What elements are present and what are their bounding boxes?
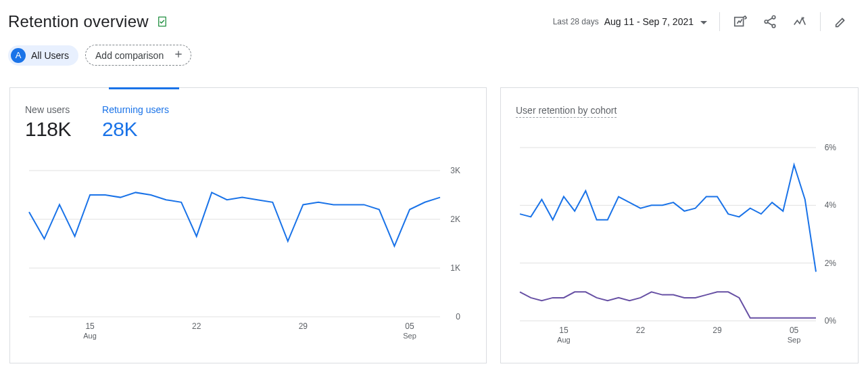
date-range-picker[interactable]: Last 28 days Aug 11 - Sep 7, 2021 <box>548 13 713 30</box>
metric-value: 118K <box>25 118 71 141</box>
filter-all-users[interactable]: A All Users <box>8 45 78 66</box>
svg-text:15: 15 <box>85 321 95 331</box>
svg-text:22: 22 <box>636 326 646 335</box>
date-range-label: Last 28 days <box>553 17 599 26</box>
metric-value: 28K <box>102 118 169 141</box>
svg-text:29: 29 <box>713 326 722 335</box>
svg-text:Sep: Sep <box>788 336 801 344</box>
add-comparison-button[interactable]: Add comparison <box>85 45 191 66</box>
svg-text:2K: 2K <box>450 215 460 224</box>
filter-badge: A <box>11 48 26 63</box>
card-title: User retention by cohort <box>516 105 617 118</box>
svg-text:0%: 0% <box>825 316 837 326</box>
svg-text:05: 05 <box>405 321 414 331</box>
metric-returning-users[interactable]: Returning users 28K <box>102 104 169 141</box>
active-tab-indicator <box>109 87 179 89</box>
plus-icon <box>173 49 184 62</box>
retention-cohort-card: User retention by cohort 6%4%2%0%15Aug22… <box>500 87 859 363</box>
svg-text:15: 15 <box>559 326 569 335</box>
returning-users-chart: 3K2K1K015Aug222905Sep <box>25 157 471 347</box>
metric-label: Returning users <box>102 104 169 115</box>
svg-text:0: 0 <box>456 312 460 321</box>
customize-report-button[interactable] <box>727 8 754 35</box>
metric-label: New users <box>25 104 71 115</box>
page-title: Retention overview <box>8 12 149 31</box>
retention-cohort-chart: 6%4%2%0%15Aug222905Sep <box>516 134 843 351</box>
separator <box>719 12 720 31</box>
metric-new-users[interactable]: New users 118K <box>25 104 71 141</box>
edit-button[interactable] <box>827 8 854 35</box>
returning-users-card: New users 118K Returning users 28K 3K2K1… <box>9 87 487 363</box>
svg-text:2%: 2% <box>825 259 837 268</box>
svg-text:1K: 1K <box>450 263 460 273</box>
svg-text:Aug: Aug <box>557 336 571 344</box>
chevron-down-icon <box>700 16 707 28</box>
svg-text:Sep: Sep <box>403 332 416 340</box>
svg-point-1 <box>772 16 775 19</box>
svg-text:4%: 4% <box>825 200 837 210</box>
svg-text:Aug: Aug <box>83 332 97 340</box>
svg-text:3K: 3K <box>450 166 460 175</box>
date-range-value: Aug 11 - Sep 7, 2021 <box>604 16 694 27</box>
svg-text:22: 22 <box>192 321 201 331</box>
svg-point-3 <box>772 24 775 28</box>
svg-text:29: 29 <box>299 321 308 331</box>
add-comparison-label: Add comparison <box>95 50 164 61</box>
share-button[interactable] <box>756 8 783 35</box>
insights-button[interactable] <box>786 8 813 35</box>
svg-text:05: 05 <box>790 326 799 335</box>
svg-point-2 <box>765 20 768 24</box>
verified-icon <box>155 15 169 28</box>
separator <box>820 12 821 31</box>
filter-label: All Users <box>31 50 69 61</box>
svg-text:6%: 6% <box>825 143 837 152</box>
